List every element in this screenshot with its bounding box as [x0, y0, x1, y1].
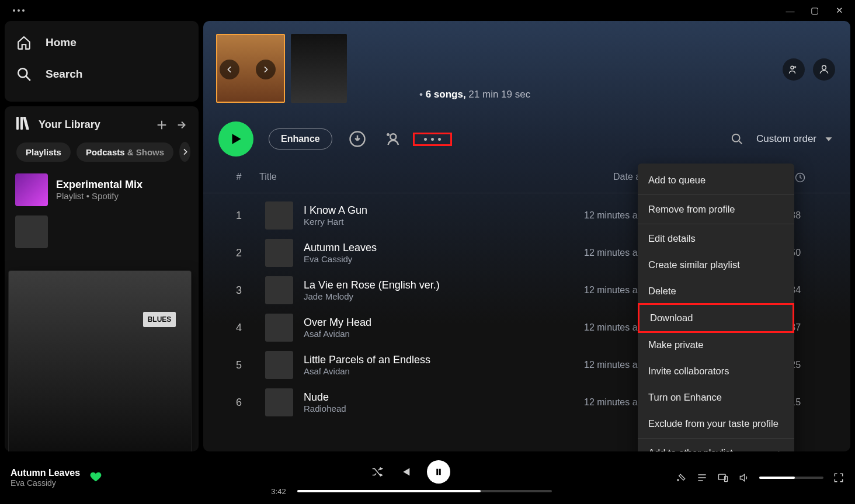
nav-search-label: Search [46, 68, 82, 81]
volume-slider[interactable] [759, 477, 823, 479]
library-item[interactable]: Experimental Mix Playlist • Spotify [11, 169, 193, 211]
ctx-invite[interactable]: Invite collaborators [638, 358, 794, 384]
track-artist: Radiohead [304, 404, 578, 413]
track-number: 4 [218, 322, 259, 334]
chevron-right-icon [261, 65, 270, 74]
track-art [265, 351, 293, 379]
sort-order-label: Custom order [756, 133, 816, 145]
fullscreen-button[interactable] [833, 472, 844, 484]
sort-order-button[interactable]: Custom order [756, 133, 835, 145]
track-art [265, 314, 293, 342]
ctx-remove-profile[interactable]: Remove from profile [638, 196, 794, 223]
queue-button[interactable] [696, 472, 708, 484]
ctx-turn-enhance[interactable]: Turn on Enhance [638, 384, 794, 411]
col-title: Title [259, 172, 613, 186]
nav-search[interactable]: Search [16, 58, 187, 90]
np-artist[interactable]: Eva Cassidy [11, 478, 80, 488]
ctx-delete[interactable]: Delete [638, 278, 794, 304]
svg-point-2 [822, 65, 826, 69]
volume-button[interactable] [738, 472, 750, 484]
triangle-down-icon [822, 133, 835, 145]
people-add-icon [788, 64, 800, 75]
search-tracks-icon[interactable] [731, 133, 743, 145]
invite-collaborators-button[interactable] [783, 58, 805, 81]
track-artist: Jade Melody [304, 291, 578, 301]
playlist-header: • 6 songs, 21 min 19 sec [203, 21, 850, 109]
track-number: 1 [218, 210, 259, 222]
home-icon [16, 35, 32, 50]
np-title[interactable]: Autumn Leaves [11, 468, 80, 478]
search-icon [16, 67, 32, 82]
track-number: 2 [218, 247, 259, 259]
track-art [265, 239, 293, 267]
heart-icon [89, 470, 102, 483]
chevron-left-icon [225, 65, 234, 74]
play-pause-button[interactable] [427, 460, 450, 484]
ctx-edit-details[interactable]: Edit details [638, 225, 794, 252]
create-playlist-icon[interactable] [155, 119, 168, 131]
pause-icon [433, 467, 444, 477]
window-maximize-button[interactable]: ▢ [809, 5, 820, 16]
library-item[interactable] [11, 211, 193, 253]
library-item-subtitle: Playlist • Spotify [56, 191, 142, 201]
ctx-add-other[interactable]: Add to other playlist▸ [638, 440, 794, 451]
enhance-button[interactable]: Enhance [269, 128, 332, 150]
track-title: I Know A Gun [304, 204, 467, 217]
add-user-button[interactable] [383, 129, 402, 149]
window-minimize-button[interactable]: — [785, 6, 795, 16]
track-artist: Asaf Avidan [304, 329, 578, 339]
window-close-button[interactable]: ✕ [834, 5, 844, 16]
track-title: Little Parcels of an Endless [304, 354, 467, 366]
user-icon [818, 64, 830, 75]
nav-home[interactable]: Home [16, 27, 187, 58]
track-number: 3 [218, 284, 259, 297]
track-artist: Kerry Hart [304, 217, 578, 227]
app-menu-icon[interactable] [5, 9, 25, 12]
track-art [265, 201, 293, 230]
track-title: La Vie en Rose (English ver.) [304, 279, 467, 291]
playlist-art [15, 215, 48, 248]
user-profile-button[interactable] [813, 58, 835, 81]
track-number: 5 [218, 359, 259, 371]
ctx-add-queue[interactable]: Add to queue [638, 167, 794, 193]
devices-button[interactable] [717, 472, 729, 484]
ctx-exclude[interactable]: Exclude from your taste profile [638, 411, 794, 437]
lyrics-button[interactable] [675, 472, 687, 484]
ctx-download[interactable]: Download [639, 305, 793, 331]
your-library-button[interactable]: Your Library [16, 117, 100, 133]
ctx-create-similar[interactable]: Create similar playlist [638, 252, 794, 278]
svg-rect-9 [725, 477, 728, 482]
svg-line-6 [739, 141, 742, 144]
chevron-right-icon [180, 147, 190, 157]
download-circle-icon [349, 130, 366, 148]
nav-back-button[interactable] [220, 60, 239, 79]
filter-chip-podcasts[interactable]: Podcasts & Shows [77, 142, 173, 162]
filter-chip-next-button[interactable] [179, 142, 190, 162]
svg-point-0 [18, 68, 27, 77]
more-horizontal-icon [424, 138, 441, 141]
svg-point-4 [390, 134, 396, 140]
track-art [265, 388, 293, 416]
nav-home-label: Home [46, 36, 77, 49]
filter-chip-playlists[interactable]: Playlists [16, 142, 71, 162]
track-art [265, 276, 293, 304]
more-options-button[interactable] [413, 133, 452, 146]
shuffle-button[interactable] [371, 465, 384, 478]
track-title: Over My Head [304, 317, 467, 329]
previous-button[interactable] [399, 465, 412, 478]
progress-bar[interactable] [297, 490, 552, 492]
show-more-icon[interactable] [175, 119, 188, 131]
user-add-icon [384, 130, 401, 148]
cover-sign: BLUES [143, 312, 176, 327]
download-button[interactable] [347, 129, 367, 149]
nav-forward-button[interactable] [256, 60, 276, 79]
now-playing-cover-large[interactable]: BLUES [8, 270, 192, 454]
playlist-art [15, 173, 48, 206]
clock-icon [794, 172, 806, 183]
ctx-make-private[interactable]: Make private [638, 332, 794, 358]
play-button[interactable] [218, 121, 253, 157]
np-like-button[interactable] [89, 470, 102, 485]
col-number: # [218, 172, 259, 186]
play-icon [228, 131, 244, 147]
svg-line-1 [26, 76, 30, 81]
